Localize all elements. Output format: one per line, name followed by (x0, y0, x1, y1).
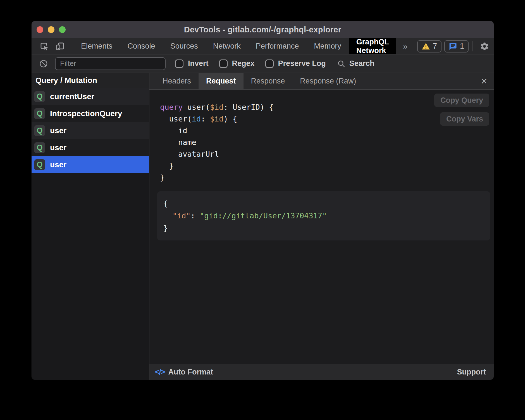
code-format-icon: </> (155, 367, 164, 376)
detail-panel: HeadersRequestResponseResponse (Raw) × q… (149, 73, 494, 380)
warning-icon (422, 42, 430, 51)
query-item-user[interactable]: Quser (32, 122, 149, 139)
query-item-currentuser[interactable]: QcurrentUser (32, 88, 149, 105)
code-line: name (160, 137, 494, 148)
toolbar-right: 7 1 (414, 38, 494, 54)
query-item-label: user (50, 160, 66, 169)
toolbar-tab-elements[interactable]: Elements (73, 38, 120, 54)
main-toolbar: ElementsConsoleSourcesNetworkPerformance… (32, 38, 494, 54)
more-tabs-button[interactable]: » (396, 38, 414, 54)
filter-toolbar: InvertRegexPreserve Log Search (32, 54, 494, 73)
code-line: avatarUrl (160, 148, 494, 160)
search-label: Search (349, 59, 374, 68)
tab-response-raw[interactable]: Response (Raw) (292, 73, 364, 89)
query-list: QcurrentUserQIntrospectionQueryQuserQuse… (32, 88, 149, 173)
toolbar-tab-performance[interactable]: Performance (248, 38, 307, 54)
toolbar-divider (472, 41, 473, 51)
code-line: "id": "gid://gitlab/User/13704317" (163, 210, 490, 222)
panel-footer: </> Auto Format Support (149, 364, 494, 380)
regex-checkbox[interactable] (219, 59, 228, 68)
query-item-user[interactable]: Quser (32, 139, 149, 156)
request-tab-content: query user($id: UserID) { user(id: $id) … (149, 90, 494, 364)
variables-box: { "id": "gid://gitlab/User/13704317"} (157, 191, 490, 240)
code-line: } (160, 172, 494, 183)
panel-tabs-row: HeadersRequestResponseResponse (Raw) × (149, 73, 494, 90)
sidebar-header: Query / Mutation (32, 73, 149, 88)
query-type-badge: Q (34, 91, 45, 102)
invert-label: Invert (188, 59, 209, 68)
copy-query-button[interactable]: Copy Query (434, 94, 489, 107)
search-icon (337, 59, 345, 68)
traffic-lights (37, 21, 66, 38)
messages-badge[interactable]: 1 (444, 40, 469, 52)
variables-code: { "id": "gid://gitlab/User/13704317"} (163, 197, 490, 234)
query-type-badge: Q (34, 142, 45, 153)
more-options-button[interactable] (492, 38, 494, 54)
toolbar-tab-console[interactable]: Console (120, 38, 163, 54)
search-toggle[interactable]: Search (337, 59, 374, 68)
code-line: } (160, 160, 494, 172)
message-count: 1 (460, 42, 464, 51)
query-type-badge: Q (34, 125, 45, 136)
minimize-window-button[interactable] (48, 26, 54, 33)
copy-vars-button[interactable]: Copy Vars (440, 112, 489, 126)
query-type-badge: Q (34, 159, 45, 170)
invert-checkbox[interactable] (175, 59, 183, 68)
close-panel-button[interactable]: × (477, 73, 491, 89)
toolbar-tab-sources[interactable]: Sources (163, 38, 206, 54)
query-item-label: user (50, 126, 66, 135)
regex-label: Regex (232, 59, 255, 68)
toolbar-tab-network[interactable]: Network (206, 38, 248, 54)
code-line: id (160, 125, 494, 137)
panel-tabs: HeadersRequestResponseResponse (Raw) (155, 73, 364, 89)
code-line: { (163, 197, 490, 210)
warning-count: 7 (433, 42, 437, 51)
code-line: } (163, 222, 490, 234)
filter-checkboxes: InvertRegexPreserve Log (175, 59, 326, 68)
titlebar: DevTools - gitlab.com/-/graphql-explorer (32, 21, 494, 38)
block-icon (39, 59, 48, 68)
auto-format-label: Auto Format (168, 368, 213, 376)
devtools-window: DevTools - gitlab.com/-/graphql-explorer… (32, 21, 494, 380)
preserve-log-checkbox[interactable] (265, 59, 274, 68)
toolbar-tab-memory[interactable]: Memory (306, 38, 349, 54)
message-bubble-icon (449, 42, 457, 51)
toolbar-tab-graphql-network[interactable]: GraphQL Network (349, 38, 397, 54)
tab-request[interactable]: Request (199, 73, 244, 89)
device-toolbar-icon (55, 42, 65, 51)
filter-option-preserve-log[interactable]: Preserve Log (265, 59, 326, 68)
preserve-log-label: Preserve Log (278, 59, 326, 68)
close-window-button[interactable] (37, 26, 43, 33)
query-item-user[interactable]: Quser (32, 156, 149, 173)
support-link[interactable]: Support (457, 368, 486, 376)
query-item-label: IntrospectionQuery (50, 109, 122, 118)
query-item-label: currentUser (50, 92, 94, 101)
tab-response[interactable]: Response (244, 73, 293, 89)
content-area: Query / Mutation QcurrentUserQIntrospect… (32, 73, 494, 380)
toggle-device-toolbar-button[interactable] (52, 38, 68, 54)
query-type-badge: Q (34, 108, 45, 119)
clear-filter-button[interactable] (36, 59, 51, 68)
tab-headers[interactable]: Headers (155, 73, 199, 89)
window-title: DevTools - gitlab.com/-/graphql-explorer (184, 25, 341, 34)
settings-button[interactable] (477, 38, 492, 54)
query-item-label: user (50, 143, 66, 152)
inspect-element-button[interactable] (37, 38, 52, 54)
warnings-badge[interactable]: 7 (417, 40, 442, 52)
toolbar-tabs: ElementsConsoleSourcesNetworkPerformance… (73, 38, 396, 54)
filter-option-invert[interactable]: Invert (175, 59, 209, 68)
filter-option-regex[interactable]: Regex (219, 59, 255, 68)
filter-input[interactable] (55, 57, 166, 70)
inspect-cursor-icon (40, 42, 49, 51)
zoom-window-button[interactable] (59, 26, 66, 33)
auto-format-button[interactable]: </> Auto Format (155, 367, 213, 376)
gear-icon (480, 42, 489, 51)
sidebar: Query / Mutation QcurrentUserQIntrospect… (32, 73, 149, 380)
query-item-introspectionquery[interactable]: QIntrospectionQuery (32, 105, 149, 122)
